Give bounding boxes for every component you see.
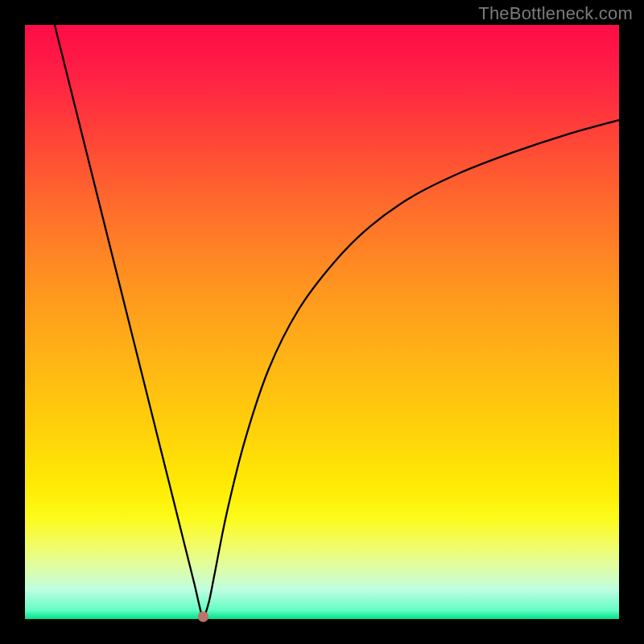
- chart-plot-area: [25, 25, 619, 619]
- bottleneck-curve: [25, 25, 619, 619]
- optimum-marker: [198, 611, 208, 621]
- curve-left-branch: [55, 25, 202, 617]
- watermark-label: TheBottleneck.com: [478, 3, 633, 24]
- curve-right-branch: [204, 120, 619, 617]
